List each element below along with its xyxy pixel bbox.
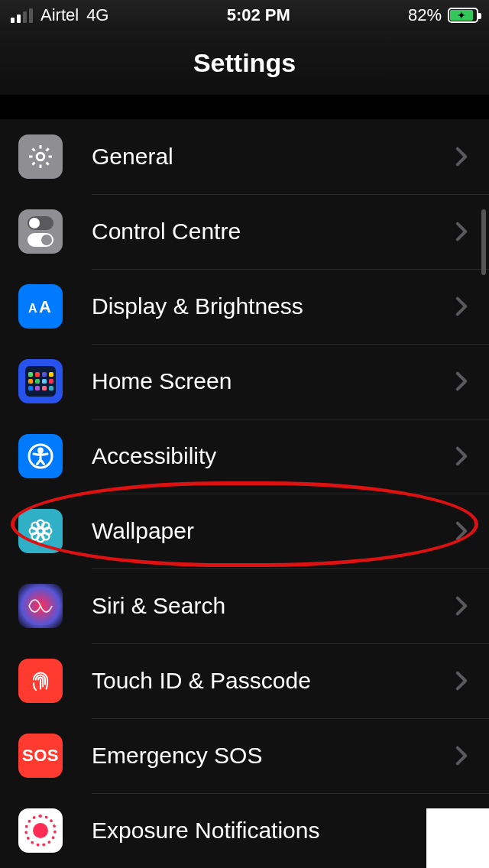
settings-row-display[interactable]: AA Display & Brightness — [0, 269, 489, 344]
row-label: Home Screen — [92, 368, 455, 394]
chevron-right-icon — [455, 746, 468, 766]
settings-row-general[interactable]: General — [0, 119, 489, 194]
siri-icon — [18, 584, 63, 628]
chevron-right-icon — [455, 147, 468, 167]
page-title: Settings — [193, 48, 296, 78]
settings-row-wallpaper[interactable]: Wallpaper — [0, 494, 489, 568]
row-label: Wallpaper — [92, 518, 455, 544]
svg-text:A: A — [39, 297, 51, 316]
toggles-icon — [18, 209, 63, 254]
svg-point-5 — [37, 528, 44, 534]
chevron-right-icon — [455, 446, 468, 466]
chevron-right-icon — [455, 371, 468, 391]
text-size-icon: AA — [18, 284, 63, 329]
settings-row-emergency-sos[interactable]: SOS Emergency SOS — [0, 718, 489, 793]
row-label: Control Centre — [92, 219, 455, 245]
row-label: Exposure Notifications — [92, 818, 455, 844]
chevron-right-icon — [455, 222, 468, 241]
chevron-right-icon — [455, 296, 468, 316]
settings-list: General Control Centre AA Display & Brig… — [0, 119, 489, 868]
app-grid-icon — [18, 359, 63, 403]
row-label: Display & Brightness — [92, 293, 455, 319]
nav-header: Settings — [0, 31, 489, 95]
overlay-patch — [426, 808, 489, 868]
row-label: Touch ID & Passcode — [92, 668, 455, 694]
flower-icon — [18, 509, 63, 553]
status-bar: Airtel 4G 5:02 PM 82% ✦ — [0, 0, 489, 31]
exposure-icon — [18, 808, 63, 853]
battery-icon: ✦ — [448, 8, 478, 23]
settings-row-touch-id[interactable]: Touch ID & Passcode — [0, 643, 489, 718]
settings-row-siri[interactable]: Siri & Search — [0, 568, 489, 643]
row-label: General — [92, 144, 455, 170]
accessibility-icon — [18, 434, 63, 478]
clock: 5:02 PM — [227, 5, 290, 25]
carrier-label: Airtel — [40, 5, 79, 25]
svg-point-0 — [37, 153, 44, 160]
settings-row-control-centre[interactable]: Control Centre — [0, 194, 489, 269]
sos-icon: SOS — [18, 734, 63, 778]
status-left: Airtel 4G — [11, 5, 108, 25]
settings-screen: Airtel 4G 5:02 PM 82% ✦ Settings General — [0, 0, 489, 868]
chevron-right-icon — [455, 521, 468, 541]
gear-icon — [18, 134, 63, 179]
status-right: 82% ✦ — [408, 5, 478, 25]
chevron-right-icon — [455, 596, 468, 616]
network-label: 4G — [86, 5, 108, 25]
svg-text:A: A — [28, 302, 37, 315]
scroll-indicator — [481, 209, 486, 275]
row-label: Emergency SOS — [92, 743, 455, 769]
settings-row-accessibility[interactable]: Accessibility — [0, 419, 489, 494]
battery-percent: 82% — [408, 5, 442, 25]
charging-bolt-icon: ✦ — [457, 10, 466, 21]
chevron-right-icon — [455, 671, 468, 691]
signal-strength-icon — [11, 8, 33, 23]
svg-point-4 — [39, 449, 43, 452]
settings-row-exposure[interactable]: Exposure Notifications — [0, 793, 489, 868]
fingerprint-icon — [18, 659, 63, 703]
row-label: Accessibility — [92, 443, 455, 469]
row-label: Siri & Search — [92, 593, 455, 619]
settings-row-home-screen[interactable]: Home Screen — [0, 344, 489, 419]
section-gap — [0, 95, 489, 119]
